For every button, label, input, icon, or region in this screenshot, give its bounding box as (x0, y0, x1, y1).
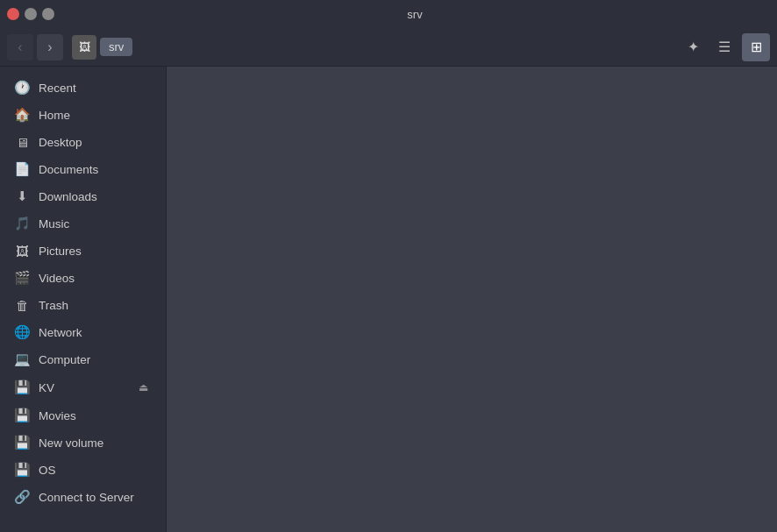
sidebar-item-pictures[interactable]: 🖼Pictures (4, 238, 162, 264)
sidebar-item-new-volume[interactable]: 💾New volume (4, 429, 162, 456)
sidebar-label-connect-to-server: Connect to Server (39, 491, 152, 504)
sidebar-label-computer: Computer (39, 353, 152, 366)
back-icon: ‹ (18, 39, 22, 55)
toolbar: ‹ › 🖼 srv ✦ ☰ ⊞ (0, 28, 777, 67)
titlebar: srv (0, 0, 777, 28)
sidebar-label-music: Music (39, 217, 152, 231)
os-icon: 💾 (14, 462, 30, 478)
back-button[interactable]: ‹ (7, 34, 33, 60)
connect-to-server-icon: 🔗 (14, 489, 30, 505)
home-icon: 🏠 (14, 107, 30, 123)
computer-icon: 💻 (14, 351, 30, 367)
sidebar-item-recent[interactable]: 🕐Recent (4, 74, 162, 101)
sidebar-item-computer[interactable]: 💻Computer (4, 346, 162, 372)
kv-icon: 💾 (14, 379, 30, 395)
sidebar-label-recent: Recent (39, 82, 152, 95)
movies-icon: 💾 (14, 408, 30, 423)
sidebar-label-trash: Trash (39, 299, 152, 312)
sidebar-label-documents: Documents (39, 163, 152, 176)
minimize-button[interactable] (25, 8, 37, 20)
sidebar-label-new-volume: New volume (39, 436, 152, 450)
desktop-icon: 🖥 (14, 134, 30, 150)
sidebar-item-connect-to-server[interactable]: 🔗Connect to Server (4, 484, 162, 510)
recent-icon: 🕐 (14, 80, 30, 96)
videos-icon: 🎬 (14, 270, 30, 286)
sidebar-item-documents[interactable]: 📄Documents (4, 156, 162, 182)
grid-icon: ⊞ (751, 39, 762, 55)
bookmark-button[interactable]: ✦ (679, 33, 707, 61)
sidebar-label-pictures: Pictures (39, 245, 152, 258)
documents-icon: 📄 (14, 161, 30, 177)
pictures-icon: 🖼 (14, 243, 30, 259)
forward-icon: › (47, 39, 52, 55)
sidebar-label-movies: Movies (39, 409, 152, 422)
maximize-button[interactable] (42, 8, 54, 20)
list-view-button[interactable]: ☰ (710, 33, 738, 61)
downloads-icon: ⬇ (14, 188, 30, 204)
window-title: srv (60, 8, 770, 21)
breadcrumb-icon: 🖼 (72, 35, 96, 60)
content-area (167, 67, 777, 532)
forward-button[interactable]: › (37, 34, 63, 60)
sidebar-item-network[interactable]: 🌐Network (4, 319, 162, 345)
breadcrumb-chip[interactable]: srv (100, 38, 132, 56)
network-icon: 🌐 (14, 324, 30, 340)
sidebar-label-network: Network (39, 326, 152, 339)
sidebar-item-desktop[interactable]: 🖥Desktop (4, 129, 162, 155)
new-volume-icon: 💾 (14, 435, 30, 450)
eject-kv-button[interactable]: ⏏ (134, 379, 152, 396)
list-icon: ☰ (718, 39, 731, 55)
sidebar-item-movies[interactable]: 💾Movies (4, 402, 162, 429)
sidebar-item-os[interactable]: 💾OS (4, 457, 162, 483)
music-icon: 🎵 (14, 216, 30, 231)
close-button[interactable] (7, 8, 19, 20)
sidebar-item-trash[interactable]: 🗑Trash (4, 292, 162, 318)
sidebar-item-music[interactable]: 🎵Music (4, 210, 162, 237)
main-layout: 🕐Recent🏠Home🖥Desktop📄Documents⬇Downloads… (0, 67, 777, 532)
sidebar-item-kv[interactable]: 💾KV⏏ (4, 373, 162, 401)
sidebar-item-downloads[interactable]: ⬇Downloads (4, 183, 162, 209)
sidebar: 🕐Recent🏠Home🖥Desktop📄Documents⬇Downloads… (0, 67, 167, 532)
grid-view-button[interactable]: ⊞ (742, 33, 770, 61)
sidebar-label-os: OS (39, 464, 152, 477)
sidebar-label-home: Home (39, 109, 152, 122)
sidebar-item-home[interactable]: 🏠Home (4, 102, 162, 128)
sidebar-label-desktop: Desktop (39, 136, 152, 149)
breadcrumb: 🖼 srv (72, 35, 132, 60)
trash-icon: 🗑 (14, 297, 30, 313)
sidebar-label-videos: Videos (39, 272, 152, 285)
sidebar-label-kv: KV (39, 381, 125, 394)
sidebar-item-videos[interactable]: 🎬Videos (4, 265, 162, 291)
sidebar-label-downloads: Downloads (39, 190, 152, 203)
bookmark-icon: ✦ (688, 39, 699, 55)
